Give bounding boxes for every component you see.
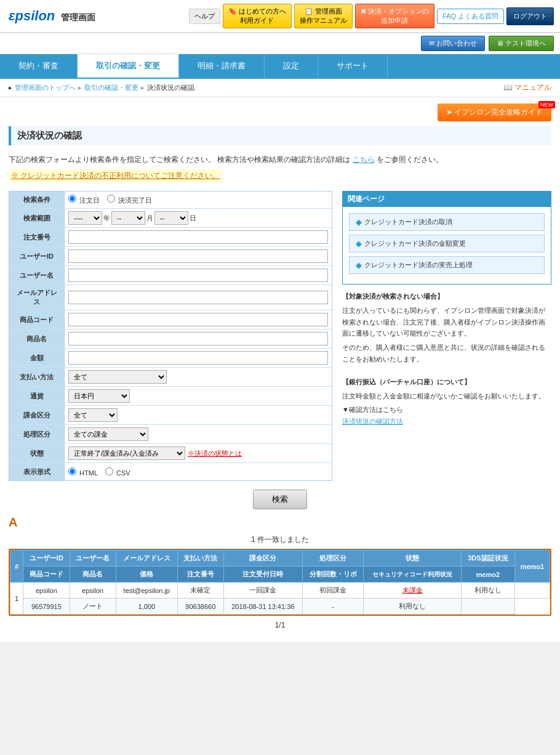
email-input[interactable] — [68, 291, 328, 304]
th-memo1: memo1 — [514, 551, 550, 583]
related-item-cancel[interactable]: ◆ クレジットカード決済の取消 — [349, 213, 545, 231]
cell-status[interactable]: 未課金 — [364, 583, 462, 599]
th-email: メールアドレス — [116, 551, 177, 567]
related-title: 関連ページ — [343, 192, 551, 207]
arrow-icon-2: ◆ — [356, 239, 362, 248]
value-currency: 日本円 — [65, 387, 332, 405]
nav-item-statements[interactable]: 明細・請求書 — [179, 54, 265, 79]
amount-input[interactable] — [68, 351, 328, 365]
form-row-currency: 通貨 日本円 — [9, 387, 332, 406]
page-title: 決済状況の確認 — [9, 126, 551, 145]
cell-billing: 一回課金 — [224, 583, 303, 599]
label-process-type: 処理区分 — [9, 425, 65, 443]
payment-select[interactable]: 全て — [68, 370, 167, 384]
day-select[interactable]: -- — [154, 211, 188, 225]
guide-banner-button[interactable]: ➤ イプシロン完全攻略ガイド NEW — [438, 103, 551, 121]
results-table: # ユーザーID ユーザー名 メールアドレス 支払い方法 課金区分 処理区分 状… — [10, 550, 550, 615]
search-button[interactable]: 検索 — [253, 490, 307, 509]
value-order-num — [65, 228, 332, 246]
breadcrumb-home[interactable]: 管理画面のトップへ — [15, 83, 76, 92]
cell-process: 初回課金 — [302, 583, 364, 599]
value-payment: 全て — [65, 368, 332, 386]
th-installments: 分割回数・リボ — [302, 567, 364, 583]
cell-memo1 — [514, 583, 550, 599]
form-row-process-type: 処理区分 全ての課金 — [9, 425, 332, 444]
result-count: 1 件一致しました — [9, 535, 551, 545]
nav-item-contract[interactable]: 契約・審査 — [0, 54, 78, 79]
form-row-condition: 検索条件 注文日 決済完了日 — [9, 192, 332, 209]
confirm-method-link[interactable]: 決済状況の確認方法 — [342, 418, 403, 425]
warning-link[interactable]: ※ クレジットカード決済の不正利用についてご注意ください。 — [9, 169, 222, 182]
cell-order-date: 2018-08-31 13:41:36 — [224, 599, 303, 615]
search-form: 検索条件 注文日 決済完了日 検索範囲 — [9, 191, 332, 481]
radio-csv[interactable]: CSV — [105, 467, 130, 477]
description: 下記の検索フォームより検索条件を指定してご検索ください。 検索方法や検索結果の確… — [9, 154, 551, 166]
result-label: A — [9, 515, 17, 530]
th-status: 状態 — [364, 551, 462, 567]
cell-tds: 利用なし — [461, 583, 514, 599]
apply-button[interactable]: ✖ 決済・オプションの追加申請 — [355, 4, 434, 28]
logout-button[interactable]: ログアウト — [506, 7, 554, 25]
form-row-email: メールアドレス — [9, 285, 332, 310]
contact-button[interactable]: ✉ お問い合わせ — [421, 36, 485, 51]
nav-item-support[interactable]: サポート — [318, 54, 388, 79]
nav-item-settings[interactable]: 設定 — [265, 54, 318, 79]
label-email: メールアドレス — [9, 285, 65, 310]
pagination: 1/1 — [9, 621, 551, 636]
th-billing: 課金区分 — [224, 551, 303, 567]
test-env-button[interactable]: 🖥 テスト環境へ — [489, 36, 554, 51]
guide-button[interactable]: 🔖 はじめての方へ利用ガイド — [223, 4, 292, 28]
related-pages-box: 関連ページ ◆ クレジットカード決済の取消 ◆ クレジットカード決済の金額変更 … — [342, 191, 551, 285]
desc-link[interactable]: こちら — [353, 155, 375, 164]
value-user-name — [65, 266, 332, 285]
nav-item-transactions[interactable]: 取引の確認・変更 — [78, 54, 179, 79]
value-email — [65, 285, 332, 310]
form-row-range: 検索範囲 ---- 年 -- 月 -- 日 — [9, 209, 332, 228]
related-item-amount-change[interactable]: ◆ クレジットカード決済の金額変更 — [349, 235, 545, 252]
label-condition: 検索条件 — [9, 192, 65, 208]
arrow-icon: ◆ — [356, 217, 362, 227]
radio-html[interactable]: HTML — [68, 467, 98, 477]
form-row-user-name: ユーザー名 — [9, 266, 332, 285]
cell-email: test@epsilon.jp — [116, 583, 177, 599]
breadcrumb-transactions[interactable]: 取引の確認・変更 — [84, 83, 138, 92]
faq-button[interactable]: FAQ よくある質問 — [437, 9, 504, 24]
manual-link[interactable]: 📖 マニュアル — [503, 83, 551, 93]
cell-payment: 未確定 — [177, 583, 223, 599]
th-user-id: ユーザーID — [23, 551, 70, 567]
label-product-code: 商品コード — [9, 310, 65, 329]
breadcrumb-arrow: ▸ — [9, 84, 12, 92]
value-user-id — [65, 247, 332, 265]
status-info-link[interactable]: ※決済の状態とは — [188, 449, 242, 458]
value-amount — [65, 349, 332, 367]
form-row-amount: 金額 — [9, 349, 332, 368]
manual-button[interactable]: 📋 管理画面操作マニュアル — [294, 4, 353, 28]
label-payment: 支払い方法 — [9, 368, 65, 386]
user-name-input[interactable] — [68, 268, 328, 282]
radio-order-date[interactable]: 注文日 — [68, 195, 100, 205]
two-col-layout: 検索条件 注文日 決済完了日 検索範囲 — [9, 191, 551, 481]
product-code-input[interactable] — [68, 313, 328, 326]
label-range: 検索範囲 — [9, 209, 65, 227]
user-id-input[interactable] — [68, 249, 328, 263]
radio-complete-date[interactable]: 決済完了日 — [107, 195, 152, 205]
related-item-sales[interactable]: ◆ クレジットカード決済の実売上処理 — [349, 256, 545, 274]
breadcrumb: ▸ 管理画面のトップへ ▸ 取引の確認・変更 ▸ 決済状況の確認 📖 マニュアル — [0, 79, 560, 97]
search-form-table: 検索条件 注文日 決済完了日 検索範囲 — [9, 191, 332, 481]
order-num-input[interactable] — [68, 230, 328, 244]
billing-type-select[interactable]: 全て — [68, 408, 118, 422]
label-billing-type: 課金区分 — [9, 406, 65, 424]
status-select[interactable]: 正常終了/課金済み/入金済み — [68, 446, 185, 460]
product-name-input[interactable] — [68, 332, 328, 345]
currency-select[interactable]: 日本円 — [68, 389, 130, 403]
help-button[interactable]: ヘルプ — [189, 9, 220, 24]
content: ➤ イプシロン完全攻略ガイド NEW 決済状況の確認 下記の検索フォームより検索… — [0, 97, 560, 642]
value-process-type: 全ての課金 — [65, 425, 332, 443]
top-action-bar: ✉ お問い合わせ 🖥 テスト環境へ — [0, 33, 560, 54]
test-icon: 🖥 — [497, 39, 503, 47]
month-select[interactable]: -- — [111, 211, 145, 225]
process-type-select[interactable]: 全ての課金 — [68, 427, 148, 441]
th-order-num: 注文番号 — [177, 567, 223, 583]
th-memo2: memo2 — [461, 567, 514, 583]
year-select[interactable]: ---- — [68, 211, 102, 225]
